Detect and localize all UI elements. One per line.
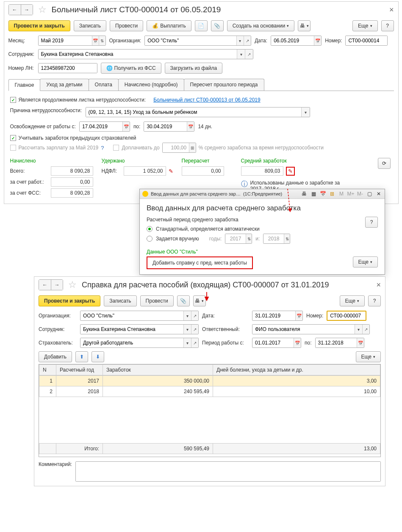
help-button[interactable]: ? — [365, 217, 378, 228]
num-field[interactable] — [345, 36, 388, 46]
reason-field[interactable]: ▾ — [86, 107, 310, 117]
more-button[interactable]: Еще ▾ — [353, 256, 378, 267]
close-icon[interactable]: × — [389, 6, 394, 14]
continuation-link[interactable]: Больничный лист СТ00-000013 от 06.05.201… — [153, 97, 261, 103]
calendar-icon[interactable]: 📅 — [295, 311, 302, 320]
nav-back-button[interactable]: ← — [9, 5, 21, 15]
close-icon[interactable]: × — [376, 281, 381, 289]
calendar-icon[interactable]: 📅 — [187, 122, 194, 131]
calendar-icon[interactable]: 📅 — [122, 122, 130, 131]
add-reference-button[interactable]: Добавить справку с пред. места работы — [151, 259, 249, 267]
dropdown-icon[interactable]: ▾ — [183, 325, 191, 334]
calendar-icon[interactable]: 📅 — [319, 190, 326, 197]
open-icon[interactable]: ↗ — [245, 50, 253, 59]
favorite-icon[interactable]: ☆ — [68, 279, 77, 290]
ln-field[interactable] — [38, 63, 97, 73]
nav-forward-button[interactable]: → — [21, 5, 33, 15]
print-icon[interactable]: 🖶 — [301, 190, 308, 197]
calendar-icon[interactable]: 📅 — [92, 36, 99, 45]
to-field[interactable]: 📅 — [144, 121, 194, 132]
close-icon[interactable]: ✕ — [375, 190, 382, 197]
clip-icon[interactable]: 📎 — [211, 20, 224, 31]
tab-recalc[interactable]: Пересчет прошлого периода — [184, 79, 264, 91]
calendar-icon[interactable]: 📅 — [314, 36, 321, 45]
pencil-icon[interactable]: ✎ — [169, 168, 173, 174]
tab-children[interactable]: Уход за детьми — [40, 79, 89, 91]
write-button[interactable]: Записать — [104, 295, 136, 306]
dropdown-icon[interactable]: ▾ — [183, 338, 191, 347]
help-icon[interactable]: ? — [101, 145, 104, 151]
org-field[interactable]: ▾↗ — [80, 311, 199, 321]
help-button[interactable]: ? — [368, 295, 381, 306]
open-icon[interactable]: ↗ — [362, 325, 369, 334]
period-to-field[interactable]: 📅 — [315, 338, 364, 348]
clip-icon[interactable]: 📎 — [177, 295, 190, 306]
emp-field[interactable]: ▾↗ — [80, 324, 199, 334]
stepper-icon[interactable]: ⇅ — [99, 36, 105, 45]
dopay-checkbox — [113, 145, 119, 151]
table[interactable]: N Расчетный год Заработок Дней болезни, … — [39, 364, 381, 457]
nav-forward-button[interactable]: → — [51, 280, 63, 290]
tab-payment[interactable]: Оплата — [89, 79, 119, 91]
resp-field[interactable]: ▾↗ — [252, 324, 370, 334]
dropdown-icon[interactable]: ▾ — [301, 108, 309, 117]
table-row[interactable]: 2 2018 240 595,49 10,00 — [39, 386, 380, 397]
continuation-checkbox[interactable]: ✓ — [10, 97, 16, 103]
open-icon[interactable]: ↗ — [191, 325, 199, 334]
pencil-icon[interactable]: ✎ — [288, 168, 293, 174]
calendar-icon[interactable]: 📅 — [357, 338, 364, 347]
add-row-button[interactable]: Добавить — [39, 351, 72, 362]
post-button[interactable]: Провести — [140, 295, 174, 306]
create-on-button[interactable]: Создать на основании ▾ — [227, 20, 295, 31]
popup-bar-ctx: (1С:Предприятие) — [243, 191, 282, 196]
refresh-button[interactable]: ⟳ — [378, 158, 391, 169]
radio-manual[interactable] — [147, 236, 152, 242]
post-button[interactable]: Провести — [110, 20, 143, 31]
radio-standard[interactable] — [147, 226, 152, 232]
open-icon[interactable]: ↗ — [191, 311, 199, 320]
pay-button[interactable]: 💰Выплатить — [147, 20, 191, 31]
from-field[interactable]: 📅 — [79, 121, 130, 132]
dropdown-icon[interactable]: ▾ — [183, 311, 191, 320]
help-button[interactable]: ? — [381, 20, 394, 31]
move-up-button[interactable]: ⬆ — [75, 351, 88, 362]
move-down-button[interactable]: ⬇ — [91, 351, 104, 362]
emp-field[interactable]: ▾ ↗ — [38, 49, 253, 59]
attach-list-icon[interactable]: 📄 — [195, 20, 208, 31]
period-from-field[interactable]: 📅 — [252, 338, 301, 348]
fss-button[interactable]: 🌐Получить из ФСС — [101, 63, 161, 74]
dropdown-icon[interactable]: ▾ — [355, 325, 362, 334]
dropdown-icon[interactable]: ▾ — [237, 50, 245, 59]
open-icon[interactable]: ↗ — [191, 338, 199, 347]
comment-field[interactable] — [75, 461, 381, 482]
grid-icon[interactable]: ▦ — [310, 190, 317, 197]
prev-insurers-checkbox[interactable]: ✓ — [10, 135, 16, 141]
post-close-button[interactable]: Провести и закрыть — [8, 20, 70, 31]
nav-back-button[interactable]: ← — [39, 280, 51, 290]
calendar-icon[interactable]: 📅 — [294, 338, 301, 347]
dopay-field: ⊞ — [162, 143, 196, 153]
date-field[interactable]: 📅 — [252, 311, 303, 321]
more-button[interactable]: Еще ▾ — [340, 295, 365, 306]
favorite-icon[interactable]: ☆ — [38, 4, 47, 15]
print-menu-icon[interactable]: 🖶▾ — [298, 20, 311, 31]
num-field[interactable] — [327, 311, 366, 321]
more-button[interactable]: Еще ▾ — [352, 20, 377, 31]
minimize-icon[interactable]: ▢ — [366, 190, 373, 197]
table-row[interactable]: 1 2017 350 000,00 3,00 — [39, 376, 380, 386]
org-field[interactable]: ▾ ↗ — [144, 36, 251, 46]
month-field[interactable]: 📅 ⇅ — [38, 36, 106, 46]
write-button[interactable]: Записать — [74, 20, 106, 31]
tab-main[interactable]: Главное — [8, 79, 41, 91]
resp-label: Ответственный: — [202, 326, 249, 332]
load-file-button[interactable]: Загрузить из файла — [165, 63, 223, 74]
open-icon[interactable]: ↗ — [244, 36, 251, 45]
post-close-button[interactable]: Провести и закрыть — [39, 295, 100, 306]
calc-icon[interactable]: ⊞ — [329, 190, 335, 197]
more-button[interactable]: Еще ▾ — [356, 351, 381, 362]
ins-field[interactable]: ▾↗ — [80, 338, 199, 348]
date-field[interactable]: 📅 — [271, 36, 322, 46]
tab-accrued[interactable]: Начислено (подробно) — [118, 79, 184, 91]
dropdown-icon[interactable]: ▾ — [236, 36, 244, 45]
print-menu-icon[interactable]: 🖶▾ — [193, 295, 206, 306]
